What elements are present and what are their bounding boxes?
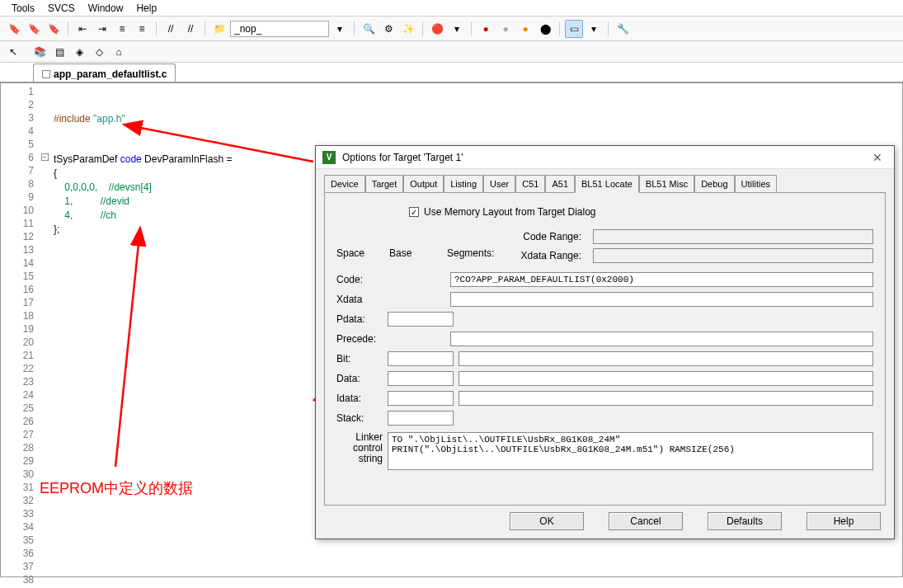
dialog-tab-bl51-misc[interactable]: BL51 Misc — [639, 175, 694, 193]
window-icon[interactable]: ▭ — [565, 20, 583, 38]
menu-tools[interactable]: Tools — [7, 1, 40, 16]
indent-left-icon[interactable]: ⇤ — [73, 20, 92, 38]
comment-icon[interactable]: // — [162, 20, 180, 38]
dialog-tab-listing[interactable]: Listing — [444, 175, 483, 193]
line-number: 4 — [1, 125, 34, 138]
checkbox-icon: ✓ — [409, 207, 419, 217]
code-range-label: Code Range: — [518, 231, 588, 242]
data-label: Data: — [336, 373, 383, 384]
line-number: 36 — [1, 547, 34, 560]
stack-base-field[interactable] — [388, 411, 454, 426]
dropdown3-icon[interactable]: ▾ — [585, 20, 603, 38]
idata-segments-field[interactable] — [459, 391, 873, 406]
line-number: 17 — [1, 296, 34, 309]
dialog-tab-output[interactable]: Output — [403, 175, 444, 193]
dialog-tab-device[interactable]: Device — [324, 175, 365, 193]
uncomment-icon[interactable]: // — [181, 20, 200, 38]
indent-right-icon[interactable]: ⇥ — [93, 20, 111, 38]
xdata-label: Xdata — [336, 294, 383, 305]
stack-icon[interactable]: ▤ — [51, 44, 68, 60]
line-number: 14 — [1, 256, 34, 270]
indent-icon[interactable]: ≡ — [133, 20, 151, 38]
line-number: 33 — [1, 507, 34, 520]
code-label: Code: — [336, 274, 383, 285]
idata-base-field[interactable] — [388, 391, 454, 406]
bit-segments-field[interactable] — [459, 351, 873, 366]
dialog-icon: V — [322, 151, 336, 164]
config-icon[interactable]: ⚙ — [379, 20, 397, 38]
line-number: 18 — [1, 309, 34, 322]
line-number: 38 — [1, 573, 34, 586]
fold-column: − — [39, 83, 50, 576]
bookmark-clear-icon[interactable]: 🔖 — [45, 20, 63, 38]
line-number: 6 — [1, 151, 34, 164]
xdata-segments-field[interactable] — [450, 292, 873, 307]
line-number: 37 — [1, 560, 34, 573]
data-base-field[interactable] — [388, 371, 454, 386]
pdata-base-field[interactable] — [388, 312, 454, 327]
folder-icon[interactable]: 📁 — [210, 20, 228, 38]
bit-label: Bit: — [336, 353, 383, 365]
file-tabstrip: app_param_defaultlist.c — [0, 63, 903, 82]
dialog-titlebar[interactable]: V Options for Target 'Target 1' ✕ — [316, 146, 894, 169]
pdata-label: Pdata: — [336, 313, 383, 325]
data-segments-field[interactable] — [459, 371, 873, 386]
fold-box-icon[interactable]: − — [41, 153, 49, 161]
dropdown2-icon[interactable]: ▾ — [448, 20, 466, 38]
cancel-button[interactable]: Cancel — [609, 512, 683, 530]
xdata-range-label: Xdata Range: — [518, 250, 588, 261]
debug-icon[interactable]: 🔴 — [428, 20, 446, 38]
dialog-tab-debug[interactable]: Debug — [694, 175, 734, 193]
dialog-tab-a51[interactable]: A51 — [545, 175, 575, 193]
menu-window[interactable]: Window — [83, 1, 129, 16]
dialog-tab-c51[interactable]: C51 — [515, 175, 545, 193]
menu-help[interactable]: Help — [131, 1, 162, 16]
help-button[interactable]: Help — [807, 512, 881, 530]
annotation-text: EEPROM中定义的数据 — [40, 478, 193, 498]
linker-control-string-field[interactable]: TO ".\ObjList\..\OUTFILE\UsbRx_8G1K08_24… — [388, 432, 873, 470]
dialog-tab-utilities[interactable]: Utilities — [735, 175, 777, 193]
bookmark-prev-icon[interactable]: 🔖 — [5, 20, 23, 38]
ok-button[interactable]: OK — [510, 512, 584, 530]
col-space-label: Space — [336, 247, 389, 259]
red-dot-icon[interactable]: ● — [477, 20, 495, 38]
diamond-icon[interactable]: ◈ — [71, 44, 87, 60]
wand-icon[interactable]: ✨ — [399, 20, 417, 38]
bookmark-next-icon[interactable]: 🔖 — [25, 20, 43, 38]
cursor-icon[interactable]: ↖ — [5, 44, 21, 60]
find-input[interactable] — [230, 21, 329, 37]
bit-base-field[interactable] — [388, 351, 454, 366]
dialog-tab-user[interactable]: User — [483, 175, 515, 193]
line-number: 1 — [1, 85, 34, 98]
dialog-tab-bl51-locate[interactable]: BL51 Locate — [575, 175, 639, 193]
grey-dot-icon[interactable]: ● — [496, 20, 515, 38]
home-icon[interactable]: ⌂ — [111, 44, 127, 60]
outdent-icon[interactable]: ≡ — [113, 20, 131, 38]
menu-svcs[interactable]: SVCS — [43, 1, 80, 16]
close-icon[interactable]: ✕ — [868, 149, 887, 166]
line-number: 28 — [1, 441, 34, 454]
use-memory-layout-checkbox[interactable]: ✓ Use Memory Layout from Target Dialog — [409, 206, 873, 218]
nav-icon[interactable]: ◇ — [91, 44, 107, 60]
dropdown-icon[interactable]: ▾ — [331, 20, 349, 38]
precede-segments-field[interactable] — [450, 332, 873, 346]
line-number: 22 — [1, 362, 34, 375]
line-number: 21 — [1, 349, 34, 362]
multi-dot-icon[interactable]: ⬤ — [536, 20, 554, 38]
find-icon[interactable]: 🔍 — [360, 20, 378, 38]
file-icon — [42, 70, 50, 78]
wrench-icon[interactable]: 🔧 — [614, 20, 632, 38]
line-number: 32 — [1, 494, 34, 507]
orange-dot-icon[interactable]: ● — [516, 20, 534, 38]
dialog-tab-target[interactable]: Target — [365, 175, 404, 193]
line-number: 7 — [1, 164, 34, 177]
file-tab[interactable]: app_param_defaultlist.c — [33, 64, 176, 82]
code-range-field[interactable] — [593, 229, 873, 244]
idata-label: Idata: — [336, 393, 383, 404]
code-segments-field[interactable]: ?CO?APP_PARAM_DEFAULTLIST(0x2000) — [450, 272, 873, 287]
xdata-range-field[interactable] — [593, 248, 873, 263]
defaults-button[interactable]: Defaults — [708, 512, 782, 530]
books-icon[interactable]: 📚 — [31, 44, 48, 60]
line-number: 24 — [1, 388, 34, 402]
line-gutter: 1234567891011121314151617181920212223242… — [1, 83, 39, 576]
